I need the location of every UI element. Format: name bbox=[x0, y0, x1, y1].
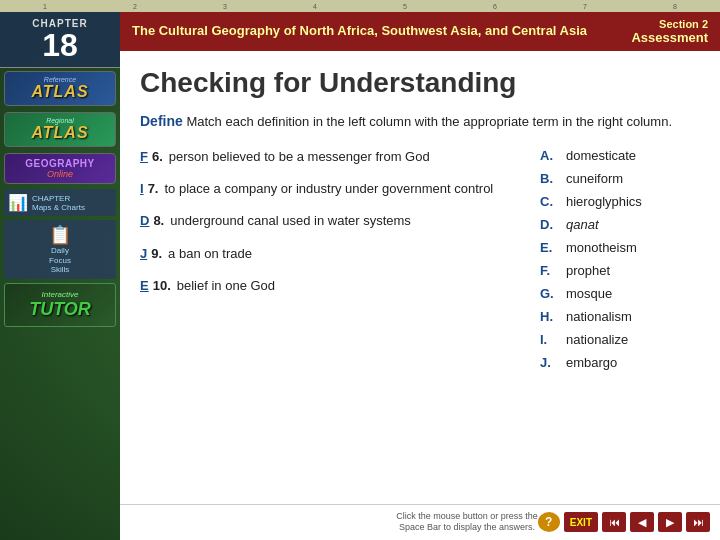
answer-item: I. nationalize bbox=[540, 332, 700, 347]
top-ruler: 1 2 3 4 5 6 7 8 bbox=[0, 0, 720, 12]
chapter-charts-button[interactable]: 📊 CHAPTERMaps & Charts bbox=[4, 189, 116, 216]
sidebar: CHAPTER 18 Reference ATLAS Regional ATLA… bbox=[0, 12, 120, 540]
define-body-text: Match each definition in the left column… bbox=[186, 114, 672, 129]
ruler-mark-5: 5 bbox=[403, 3, 407, 10]
question-answer: E bbox=[140, 277, 149, 295]
answer-letter: C. bbox=[540, 194, 560, 209]
nav-next-button[interactable]: ▶ bbox=[658, 512, 682, 532]
answer-letter: J. bbox=[540, 355, 560, 370]
online-text: Online bbox=[9, 169, 111, 179]
question-text: person believed to be a messenger from G… bbox=[169, 148, 430, 166]
question-number: 10. bbox=[153, 277, 171, 295]
answer-letter: A. bbox=[540, 148, 560, 163]
reference-atlas-button[interactable]: Reference ATLAS bbox=[4, 71, 116, 106]
question-answer: D bbox=[140, 212, 149, 230]
question-item: J 9. a ban on trade bbox=[140, 245, 520, 263]
question-text: to place a company or industry under gov… bbox=[164, 180, 493, 198]
answer-term: nationalism bbox=[566, 309, 632, 324]
answer-letter: I. bbox=[540, 332, 560, 347]
nav-first-button[interactable]: ⏮ bbox=[602, 512, 626, 532]
reference-label: Reference bbox=[9, 76, 111, 83]
header: The Cultural Geography of North Africa, … bbox=[120, 12, 720, 51]
nav-last-button[interactable]: ⏭ bbox=[686, 512, 710, 532]
question-answer: F bbox=[140, 148, 148, 166]
answer-letter: E. bbox=[540, 240, 560, 255]
question-number: 7. bbox=[148, 180, 159, 198]
question-number: 8. bbox=[153, 212, 164, 230]
daily-focus-button[interactable]: 📋 DailyFocusSkills bbox=[4, 220, 116, 279]
geography-online-button[interactable]: GEOGRAPHY Online bbox=[4, 153, 116, 184]
answer-item: C. hieroglyphics bbox=[540, 194, 700, 209]
interactive-label: Interactive bbox=[9, 290, 111, 299]
question-item: F 6. person believed to be a messenger f… bbox=[140, 148, 520, 166]
nav-prev-button[interactable]: ◀ bbox=[630, 512, 654, 532]
answer-term: prophet bbox=[566, 263, 610, 278]
answer-item: D. qanat bbox=[540, 217, 700, 232]
answer-letter: G. bbox=[540, 286, 560, 301]
focus-icon: 📋 bbox=[49, 224, 71, 246]
define-section: Define Match each definition in the left… bbox=[140, 111, 700, 132]
bottom-bar: Click the mouse button or press theSpace… bbox=[120, 504, 720, 540]
atlas-text: ATLAS bbox=[9, 83, 111, 101]
instruction-text: Click the mouse button or press theSpace… bbox=[396, 511, 538, 534]
answer-item: E. monotheism bbox=[540, 240, 700, 255]
answer-term: mosque bbox=[566, 286, 612, 301]
header-section: Section 2 Assessment bbox=[631, 18, 708, 45]
ruler-mark-2: 2 bbox=[133, 3, 137, 10]
daily-focus-text: DailyFocusSkills bbox=[49, 246, 71, 275]
ruler-mark-6: 6 bbox=[493, 3, 497, 10]
regional-atlas-button[interactable]: Regional ATLAS bbox=[4, 112, 116, 147]
question-number: 6. bbox=[152, 148, 163, 166]
ruler-mark-4: 4 bbox=[313, 3, 317, 10]
answer-letter: D. bbox=[540, 217, 560, 232]
define-intro: Define Match each definition in the left… bbox=[140, 111, 700, 132]
answer-term: domesticate bbox=[566, 148, 636, 163]
answer-term: cuneiform bbox=[566, 171, 623, 186]
tutor-text: TUTOR bbox=[9, 299, 111, 320]
answer-term: monotheism bbox=[566, 240, 637, 255]
ruler-mark-8: 8 bbox=[673, 3, 677, 10]
question-item: I 7. to place a company or industry unde… bbox=[140, 180, 520, 198]
content-box: Checking for Understanding Define Match … bbox=[120, 51, 720, 511]
answer-item: G. mosque bbox=[540, 286, 700, 301]
regional-atlas-text: ATLAS bbox=[9, 124, 111, 142]
answer-item: B. cuneiform bbox=[540, 171, 700, 186]
chapter-number: 18 bbox=[4, 29, 116, 61]
answers-column: A. domesticate B. cuneiform C. hieroglyp… bbox=[540, 148, 700, 378]
header-title: The Cultural Geography of North Africa, … bbox=[132, 23, 587, 40]
nav-buttons: ? EXIT ⏮ ◀ ▶ ⏭ bbox=[538, 512, 710, 532]
define-keyword: Define bbox=[140, 113, 183, 129]
page-title: Checking for Understanding bbox=[140, 67, 700, 99]
answer-item: A. domesticate bbox=[540, 148, 700, 163]
question-number: 9. bbox=[151, 245, 162, 263]
qa-section: F 6. person believed to be a messenger f… bbox=[140, 148, 700, 378]
question-text: a ban on trade bbox=[168, 245, 252, 263]
answer-term: hieroglyphics bbox=[566, 194, 642, 209]
answer-item: F. prophet bbox=[540, 263, 700, 278]
geography-text: GEOGRAPHY bbox=[9, 158, 111, 169]
answer-item: J. embargo bbox=[540, 355, 700, 370]
answer-letter: H. bbox=[540, 309, 560, 324]
answer-term: embargo bbox=[566, 355, 617, 370]
regional-label: Regional bbox=[9, 117, 111, 124]
question-item: D 8. underground canal used in water sys… bbox=[140, 212, 520, 230]
ruler-mark-3: 3 bbox=[223, 3, 227, 10]
chapter-box: CHAPTER 18 bbox=[0, 12, 120, 68]
assessment-label: Assessment bbox=[631, 30, 708, 45]
chart-icon: 📊 bbox=[8, 193, 28, 212]
answer-term: qanat bbox=[566, 217, 599, 232]
help-button[interactable]: ? bbox=[538, 512, 560, 532]
answer-letter: B. bbox=[540, 171, 560, 186]
question-text: belief in one God bbox=[177, 277, 275, 295]
ruler-mark-7: 7 bbox=[583, 3, 587, 10]
interactive-tutor-button[interactable]: Interactive TUTOR bbox=[4, 283, 116, 327]
main-content: The Cultural Geography of North Africa, … bbox=[120, 12, 720, 540]
answer-term: nationalize bbox=[566, 332, 628, 347]
question-text: underground canal used in water systems bbox=[170, 212, 411, 230]
ruler-mark-1: 1 bbox=[43, 3, 47, 10]
section-label: Section 2 bbox=[631, 18, 708, 30]
questions-column: F 6. person believed to be a messenger f… bbox=[140, 148, 540, 378]
answer-letter: F. bbox=[540, 263, 560, 278]
exit-button[interactable]: EXIT bbox=[564, 512, 598, 532]
instruction-content: Click the mouse button or press theSpace… bbox=[396, 511, 538, 533]
